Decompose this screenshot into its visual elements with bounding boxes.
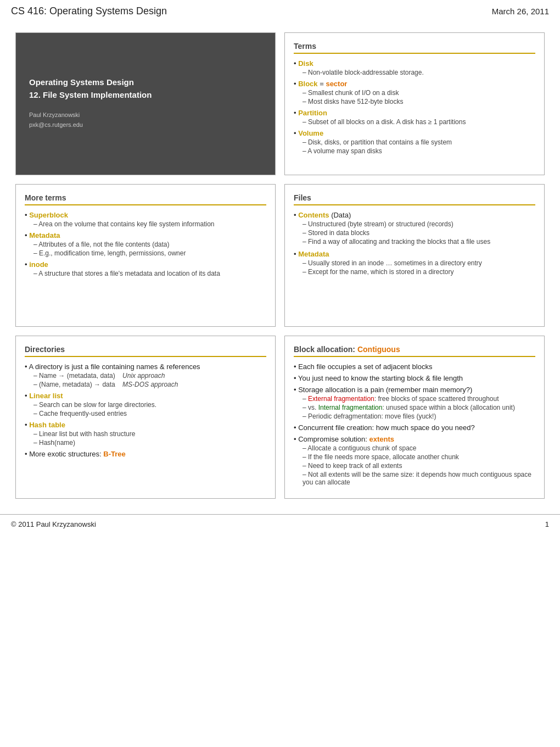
- list-item: Need to keep track of all extents: [303, 462, 535, 470]
- list-item: Unstructured (byte stream) or structured…: [303, 220, 535, 228]
- item-label: Partition: [298, 109, 327, 117]
- list-item: Hash(name): [33, 439, 266, 447]
- footer-page: 1: [545, 520, 549, 528]
- slide-6-heading: Block allocation: Contiguous: [294, 345, 535, 357]
- slide-3: More terms Superblock Area on the volume…: [15, 184, 276, 327]
- list-item: Volume Disk, disks, or partition that co…: [294, 129, 535, 155]
- slide-4-heading: Files: [294, 193, 535, 205]
- list-item: Partition Subset of all blocks on a disk…: [294, 109, 535, 126]
- slide-4: Files Contents (Data) Unstructured (byte…: [284, 184, 545, 327]
- ext-frag-label: External fragmentation: [308, 395, 374, 403]
- list-item: Smallest chunk of I/O on a disk: [303, 89, 535, 97]
- slide-author: Paul Krzyzanowski pxk@cs.rutgers.edu: [29, 110, 262, 130]
- list-item: You just need to know the starting block…: [294, 374, 535, 382]
- list-item: Storage allocation is a pain (remember m…: [294, 386, 535, 420]
- list-item: Stored in data blocks: [303, 229, 535, 237]
- list-item: vs. Internal fragmentation: unused space…: [303, 404, 535, 411]
- item-label: inode: [29, 260, 48, 269]
- item-label: Metadata: [298, 250, 329, 258]
- list-item: Find a way of allocating and tracking th…: [303, 238, 535, 246]
- slide-5-list: A directory is just a file containing na…: [25, 363, 266, 458]
- list-item: Block = sector Smallest chunk of I/O on …: [294, 80, 535, 105]
- item-label: Volume: [298, 129, 323, 137]
- sub-list: Area on the volume that contains key fil…: [25, 220, 266, 228]
- int-frag-label: Internal fragmentation: [318, 404, 383, 411]
- sub-list: Allocate a contiguous chunk of space If …: [294, 444, 535, 486]
- sub-list: Linear list but with hash structure Hash…: [25, 430, 266, 447]
- list-item: E.g., modification time, length, permiss…: [33, 249, 266, 257]
- item-label: Block: [298, 80, 317, 88]
- sub-list: Disk, disks, or partition that contains …: [294, 138, 535, 155]
- slide-1: Operating Systems Design 12. File System…: [15, 32, 276, 175]
- list-item: Attributes of a file, not the file conte…: [33, 241, 266, 248]
- slide-3-heading: More terms: [25, 193, 266, 205]
- list-item: Metadata Usually stored in an inode … so…: [294, 250, 535, 276]
- list-item: inode A structure that stores a file's m…: [25, 260, 266, 277]
- item-label: Contents: [298, 211, 329, 219]
- slide-sub-title: 12. File System Implementation: [29, 90, 262, 99]
- footer-copyright: © 2011 Paul Krzyzanowski: [11, 520, 96, 528]
- list-item: Compromise solution: extents Allocate a …: [294, 435, 535, 486]
- list-item: Search can be slow for large directories…: [33, 401, 266, 409]
- list-item: Not all extents will be the same size: i…: [303, 471, 535, 486]
- author-name: Paul Krzyzanowski: [29, 112, 80, 118]
- sub-list: Name → (metadata, data) Unix approach (N…: [25, 372, 266, 388]
- list-item: Allocate a contiguous chunk of space: [303, 444, 535, 452]
- list-item: Contents (Data) Unstructured (byte strea…: [294, 211, 535, 246]
- sub-list: Smallest chunk of I/O on a disk Most dis…: [294, 89, 535, 105]
- slide-6-heading-suffix: Contiguous: [357, 345, 400, 354]
- sub-list: Subset of all blocks on a disk. A disk h…: [294, 118, 535, 126]
- list-item: (Name, metadata) → data MS-DOS approach: [33, 381, 266, 388]
- list-item: Most disks have 512-byte blocks: [303, 98, 535, 105]
- list-item: Disk, disks, or partition that contains …: [303, 138, 535, 146]
- list-item: Linear list but with hash structure: [33, 430, 266, 438]
- linear-list-label: Linear list: [29, 392, 63, 400]
- item-label: Metadata: [29, 231, 60, 239]
- slide-2-list: Disk Non-volatile block-addressable stor…: [294, 59, 535, 155]
- author-email: pxk@cs.rutgers.edu: [29, 121, 83, 128]
- list-item: Except for the name, which is stored in …: [303, 268, 535, 276]
- slide-5-heading: Directories: [25, 345, 266, 357]
- sub-list: Usually stored in an inode … sometimes i…: [294, 259, 535, 276]
- list-item: A volume may span disks: [303, 147, 535, 155]
- page-footer: © 2011 Paul Krzyzanowski 1: [0, 514, 560, 534]
- slide-4-list: Contents (Data) Unstructured (byte strea…: [294, 211, 535, 276]
- item-label: Superblock: [29, 211, 68, 219]
- course-title: CS 416: Operating Systems Design: [11, 5, 167, 17]
- list-item: Periodic defragmentation: move files (yu…: [303, 412, 535, 420]
- slide-2-heading: Terms: [294, 42, 535, 54]
- slide-3-list: Superblock Area on the volume that conta…: [25, 211, 266, 277]
- list-item: Usually stored in an inode … sometimes i…: [303, 259, 535, 267]
- slide-6: Block allocation: Contiguous Each file o…: [284, 336, 545, 499]
- sub-list: Search can be slow for large directories…: [25, 401, 266, 417]
- sub-list: External fragmentation: free blocks of s…: [294, 395, 535, 420]
- list-item: Each file occupies a set of adjacent blo…: [294, 363, 535, 371]
- item-label: Disk: [298, 59, 313, 68]
- list-item: Area on the volume that contains key fil…: [33, 220, 266, 228]
- list-item: Superblock Area on the volume that conta…: [25, 211, 266, 228]
- sub-list: Attributes of a file, not the file conte…: [25, 241, 266, 257]
- sub-list: Unstructured (byte stream) or structured…: [294, 220, 535, 246]
- list-item: Subset of all blocks on a disk. A disk h…: [303, 118, 535, 126]
- list-item: Hash table Linear list but with hash str…: [25, 421, 266, 447]
- list-item: Disk Non-volatile block-addressable stor…: [294, 59, 535, 76]
- hash-table-label: Hash table: [29, 421, 65, 429]
- page-header: CS 416: Operating Systems Design March 2…: [0, 0, 560, 23]
- header-date: March 26, 2011: [492, 7, 549, 16]
- slide-main-title: Operating Systems Design: [29, 77, 262, 87]
- list-item: Non-volatile block-addressable storage.: [303, 69, 535, 76]
- extents-label: extents: [369, 435, 395, 443]
- slide-6-heading-text: Block allocation:: [294, 345, 355, 354]
- btree-label: B-Tree: [103, 450, 125, 458]
- sub-list: A structure that stores a file's metadat…: [25, 270, 266, 277]
- list-item: Name → (metadata, data) Unix approach: [33, 372, 266, 380]
- slide-2: Terms Disk Non-volatile block-addressabl…: [284, 32, 545, 175]
- item-value: sector: [326, 80, 347, 88]
- sub-list: Non-volatile block-addressable storage.: [294, 69, 535, 76]
- list-item: More exotic structures: B-Tree: [25, 450, 266, 458]
- list-item: Linear list Search can be slow for large…: [25, 392, 266, 417]
- list-item: Metadata Attributes of a file, not the f…: [25, 231, 266, 257]
- slide-5: Directories A directory is just a file c…: [15, 336, 276, 499]
- slide-6-list: Each file occupies a set of adjacent blo…: [294, 363, 535, 486]
- list-item: External fragmentation: free blocks of s…: [303, 395, 535, 403]
